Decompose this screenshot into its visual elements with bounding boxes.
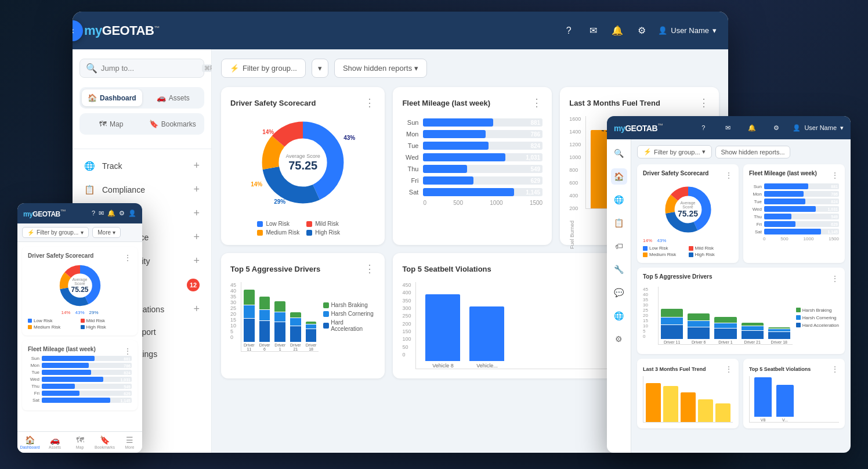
sw-filter-chevron: ▾ — [702, 148, 706, 156]
th-help-icon[interactable]: ? — [92, 210, 95, 217]
sidebar-item-compliance[interactable]: 📋 Compliance + — [73, 178, 211, 201]
sw-pct-labels: 14% 43% — [643, 238, 733, 243]
search-input[interactable] — [101, 64, 198, 73]
filter-by-group-button[interactable]: ⚡ Filter by group... — [221, 59, 306, 78]
mild-risk-pct: 14% — [262, 129, 274, 135]
filter-dropdown-button[interactable]: ▾ — [312, 59, 328, 78]
card-aggressive-menu[interactable]: ⋮ — [364, 262, 375, 275]
sw-aggressive-menu[interactable]: ⋮ — [831, 274, 839, 283]
hidden-reports-button[interactable]: Show hidden reports ▾ — [334, 59, 427, 78]
sw-seatbelt-menu[interactable]: ⋮ — [831, 365, 839, 374]
sw-medium-risk: Medium Risk — [643, 252, 688, 257]
user-menu[interactable]: 👤 User Name ▾ — [658, 26, 717, 35]
th-user-icon[interactable]: 👤 — [128, 210, 136, 217]
safety-legend: Low Risk Mild Risk Medium Risk — [257, 221, 349, 236]
aggressive-bars: Driver 11 Driver 6 — [241, 282, 319, 352]
sw-user-avatar: 👤 — [793, 124, 801, 132]
second-logo: myGEOTAB™ — [614, 122, 663, 133]
mobile-nav-map[interactable]: 🗺 Map — [67, 434, 92, 450]
mini-filter-button[interactable]: ⚡ Filter by group... ▾ — [22, 227, 89, 238]
mini-more-button[interactable]: More ▾ — [92, 227, 121, 238]
fuel-y-600: 600 — [569, 180, 581, 186]
sw-fleet-menu[interactable]: ⋮ — [831, 171, 839, 180]
harsh-cornering-dot — [323, 311, 329, 317]
fuel-y-label: Fuel Burned — [569, 221, 575, 249]
sw-dashboard-icon[interactable]: 🏠 — [611, 168, 627, 185]
th-mail-icon[interactable]: ✉ — [99, 210, 104, 217]
sw-maintenance-icon[interactable]: 🔧 — [611, 261, 627, 277]
mini-fri: Fri629 — [28, 391, 132, 396]
sw-messages-icon[interactable]: 💬 — [611, 284, 627, 301]
th-bell-icon[interactable]: 🔔 — [107, 210, 115, 217]
sw-aggressive-header: Top 5 Aggressive Drivers ⋮ — [643, 273, 839, 283]
sw-track-icon[interactable]: 🌐 — [611, 192, 627, 208]
fleet-axis: 0 500 1000 1500 — [402, 200, 542, 206]
mini-sun: Sun881 — [28, 356, 132, 361]
th-settings-icon[interactable]: ⚙ — [119, 210, 125, 217]
fleet-bar-sat: Sat 1,145 — [402, 188, 542, 196]
sw-search-icon[interactable]: 🔍 — [611, 145, 627, 161]
third-header-icons: ? ✉ 🔔 ⚙ 👤 — [92, 210, 136, 217]
sw-settings-icon[interactable]: ⚙ — [768, 120, 784, 136]
sw-mail-icon[interactable]: ✉ — [719, 120, 736, 136]
driver-18-group: Driver 18 — [306, 322, 317, 351]
settings-icon[interactable]: ⚙ — [634, 23, 650, 39]
sw-mild-dot — [689, 246, 693, 251]
mini-safety-menu[interactable]: ⋮ — [124, 253, 132, 262]
sw-help-icon[interactable]: ? — [695, 120, 711, 136]
help-icon[interactable]: ? — [560, 23, 577, 39]
sw-compliance-icon[interactable]: 📋 — [611, 215, 627, 231]
sun-fill — [423, 118, 493, 127]
mobile-nav-assets[interactable]: 🚗 Assets — [42, 434, 67, 450]
mail-icon[interactable]: ✉ — [585, 23, 601, 39]
sw-fuel-menu[interactable]: ⋮ — [725, 365, 733, 374]
fuel-y-200: 200 — [569, 205, 581, 211]
back-button[interactable]: ‹ — [73, 20, 83, 41]
tab-map[interactable]: 🗺 Map — [82, 116, 141, 132]
mobile-more-icon: ☰ — [126, 435, 133, 445]
sw-card-fuel: Last 3 Months Fuel Trend ⋮ — [637, 359, 739, 428]
sidebar-item-track[interactable]: 🌐 Track + — [73, 154, 211, 178]
safety-plus-icon[interactable]: + — [193, 207, 200, 219]
dashboard-icon: 🏠 — [88, 93, 97, 102]
sw-user-menu[interactable]: 👤 User Name ▾ — [793, 124, 844, 132]
sustainability-plus-icon[interactable]: + — [193, 255, 200, 267]
sw-hard-accel: Hard Acceleration — [796, 323, 839, 328]
mobile-nav-dashboard[interactable]: 🏠 Dashboard — [17, 434, 42, 450]
tab-assets[interactable]: 🚗 Assets — [144, 89, 202, 106]
sw-agg-y-axis: 45403530 2520151050 — [643, 287, 654, 348]
sw-filter-button[interactable]: ⚡ Filter by group... ▾ — [637, 145, 712, 158]
mini-filter-label: Filter by group... — [37, 229, 78, 236]
sw-settings-nav-icon[interactable]: ⚙ — [611, 331, 627, 347]
sw-safety-menu[interactable]: ⋮ — [725, 171, 733, 180]
tab-bookmarks[interactable]: 🔖 Bookmarks — [143, 116, 202, 132]
hard-acceleration-label: Hard Acceleration — [331, 319, 375, 332]
search-box[interactable]: 🔍 ⌘F — [79, 59, 204, 78]
sw-d11: Driver 11 — [661, 309, 683, 344]
mini-fleet-menu[interactable]: ⋮ — [124, 347, 132, 356]
sw-webapps-icon[interactable]: 🌐 — [611, 308, 627, 324]
card-driver-safety-menu[interactable]: ⋮ — [364, 96, 375, 109]
mobile-nav-bookmarks[interactable]: 🔖 Bookmarks — [92, 434, 117, 450]
sw-bell-icon[interactable]: 🔔 — [744, 120, 760, 136]
tab-dashboard[interactable]: 🏠 Dashboard — [82, 89, 142, 106]
fri-track: 629 — [423, 176, 542, 185]
high-risk-label: High Risk — [315, 229, 340, 236]
sw-low-label: Low Risk — [649, 246, 668, 251]
sw-safety-icon[interactable]: 🏷 — [611, 238, 627, 254]
card-fuel-trend-menu[interactable]: ⋮ — [699, 96, 710, 109]
driver-11-cornering — [244, 305, 255, 318]
sw-hidden-reports-button[interactable]: Show hidden reports... — [715, 146, 790, 158]
mini-pct-row: 14% 43% 29% — [28, 310, 132, 315]
sw-sidebar: 🔍 🏠 🌐 📋 🏷 🔧 💬 🌐 ⚙ — [607, 139, 631, 453]
track-plus-icon[interactable]: + — [193, 160, 200, 172]
maintenance-plus-icon[interactable]: + — [193, 231, 200, 243]
compliance-plus-icon[interactable]: + — [193, 183, 200, 196]
sw-mild-label: Mild Risk — [695, 246, 714, 251]
sidebar-track-label: Track — [102, 161, 193, 171]
card-fleet-mileage-menu[interactable]: ⋮ — [531, 96, 542, 109]
webapps-plus-icon[interactable]: + — [193, 303, 200, 315]
bell-icon[interactable]: 🔔 — [609, 23, 625, 39]
mobile-nav-more[interactable]: ☰ More — [117, 434, 142, 450]
sw-card-aggressive: Top 5 Aggressive Drivers ⋮ 45403530 2520… — [637, 268, 845, 354]
